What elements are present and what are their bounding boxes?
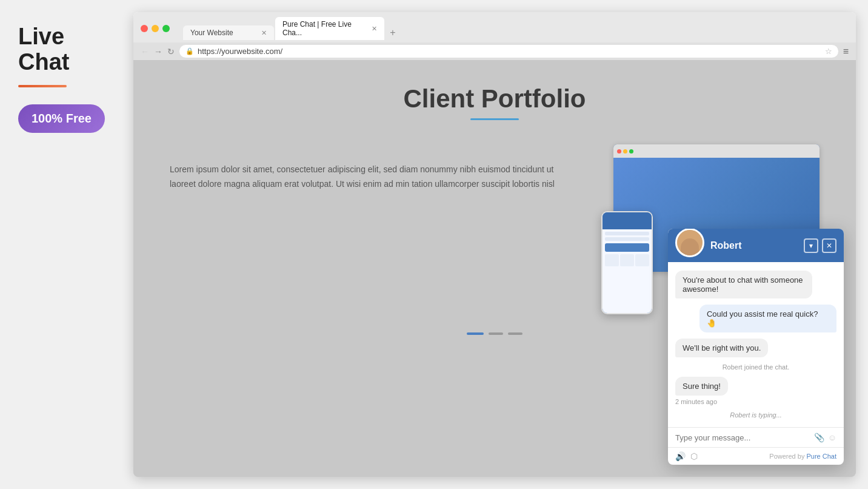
phone-stat-3	[635, 254, 649, 266]
title-divider	[18, 85, 67, 87]
phone-body	[603, 229, 652, 313]
page-title: Client Portfolio	[404, 84, 586, 113]
chat-footer: 🔊 ⬡ Powered by Pure Chat	[668, 447, 844, 465]
phone-row-2	[605, 237, 649, 241]
chat-agent-name: Robert	[710, 240, 742, 251]
chat-close-button[interactable]: ✕	[822, 238, 836, 253]
close-traffic-light[interactable]	[141, 25, 148, 32]
phone-mockup	[601, 211, 653, 314]
chat-footer-actions: 🔊 ⬡	[675, 451, 698, 461]
refresh-button[interactable]: ↻	[167, 47, 175, 56]
page-inner: Client Portfolio Lorem ipsum dolor sit a…	[133, 60, 856, 477]
sidebar: Live Chat 100% Free	[0, 0, 133, 145]
tab-pure-chat[interactable]: Pure Chat | Free Live Cha... ✕	[275, 17, 384, 40]
address-bar: ← → ↻ 🔒 https://yourwebsite.com/ ☆ ≡	[133, 42, 856, 60]
chat-typing-indicator: Robert is typing...	[675, 411, 836, 419]
tab-close-active-icon[interactable]: ✕	[372, 25, 377, 33]
share-icon[interactable]: ⬡	[690, 451, 698, 461]
pagination-dot-3[interactable]	[508, 332, 522, 335]
chat-message-2: Could you assist me real quick? 🤚	[699, 305, 836, 332]
chat-message-1: You're about to chat with someone awesom…	[675, 271, 812, 298]
phone-row-1	[605, 232, 649, 235]
chat-message-4: Sure thing!	[675, 377, 728, 396]
free-badge: 100% Free	[18, 104, 105, 133]
pagination-dot-1[interactable]	[467, 332, 484, 335]
phone-screen	[603, 212, 652, 313]
title-underline	[470, 118, 519, 120]
chat-timestamp: 2 minutes ago	[675, 398, 836, 405]
pagination	[467, 332, 522, 335]
phone-stat-1	[605, 254, 619, 266]
chat-input-icons: 📎 ☺	[814, 433, 836, 442]
phone-stat-2	[620, 254, 634, 266]
chat-messages: You're about to chat with someone awesom…	[668, 262, 844, 427]
chat-input-field[interactable]	[675, 433, 809, 442]
chat-input-area: 📎 ☺	[668, 427, 844, 447]
mini-red-dot	[617, 149, 621, 153]
tab-your-website[interactable]: Your Website ✕	[183, 25, 274, 40]
mini-yellow-dot	[623, 149, 627, 153]
chat-system-message: Robert joined the chat.	[675, 363, 836, 371]
inner-browser-bar	[613, 144, 820, 158]
phone-header	[603, 212, 652, 229]
mini-green-dot	[629, 149, 633, 153]
pagination-dot-2[interactable]	[489, 332, 503, 335]
minimize-traffic-light[interactable]	[152, 25, 159, 32]
attach-icon[interactable]: 📎	[814, 433, 824, 442]
tab-close-icon[interactable]: ✕	[261, 29, 267, 37]
pure-chat-link[interactable]: Pure Chat	[806, 453, 836, 460]
forward-button[interactable]: →	[154, 47, 162, 56]
left-content: Lorem ipsum dolor sit amet, consectetuer…	[170, 144, 565, 192]
phone-btn	[605, 243, 649, 252]
tab-label: Pure Chat | Free Live Cha...	[282, 20, 368, 37]
volume-icon[interactable]: 🔊	[675, 451, 686, 461]
back-button[interactable]: ←	[141, 47, 149, 56]
url-bar[interactable]: 🔒 https://yourwebsite.com/ ☆	[179, 45, 838, 58]
page-content: Client Portfolio Lorem ipsum dolor sit a…	[133, 60, 856, 477]
maximize-traffic-light[interactable]	[162, 25, 170, 32]
browser-chrome: Your Website ✕ Pure Chat | Free Live Cha…	[133, 12, 856, 42]
chat-header: Robert ▾ ✕	[668, 229, 844, 262]
body-text: Lorem ipsum dolor sit amet, consectetuer…	[170, 163, 565, 192]
traffic-lights	[141, 25, 170, 32]
chat-message-3: We'll be right with you.	[675, 339, 768, 357]
tab-label: Your Website	[190, 29, 233, 37]
browser-tabs: Your Website ✕ Pure Chat | Free Live Cha…	[183, 17, 400, 40]
chat-powered-by: Powered by Pure Chat	[769, 453, 836, 460]
emoji-icon[interactable]: ☺	[828, 433, 836, 442]
chat-minimize-button[interactable]: ▾	[804, 238, 818, 253]
url-text: https://yourwebsite.com/	[198, 47, 282, 56]
ssl-icon: 🔒	[185, 47, 194, 55]
chat-widget: Robert ▾ ✕ You're about to chat with som…	[668, 229, 844, 465]
app-title: Live Chat	[18, 24, 121, 75]
bookmark-icon[interactable]: ☆	[825, 47, 832, 56]
phone-stats	[605, 254, 649, 266]
chat-avatar	[675, 229, 704, 257]
browser-menu-icon[interactable]: ≡	[843, 46, 849, 57]
chat-header-actions: ▾ ✕	[804, 238, 836, 253]
browser-window: Your Website ✕ Pure Chat | Free Live Cha…	[133, 12, 856, 477]
new-tab-button[interactable]: +	[386, 25, 400, 40]
